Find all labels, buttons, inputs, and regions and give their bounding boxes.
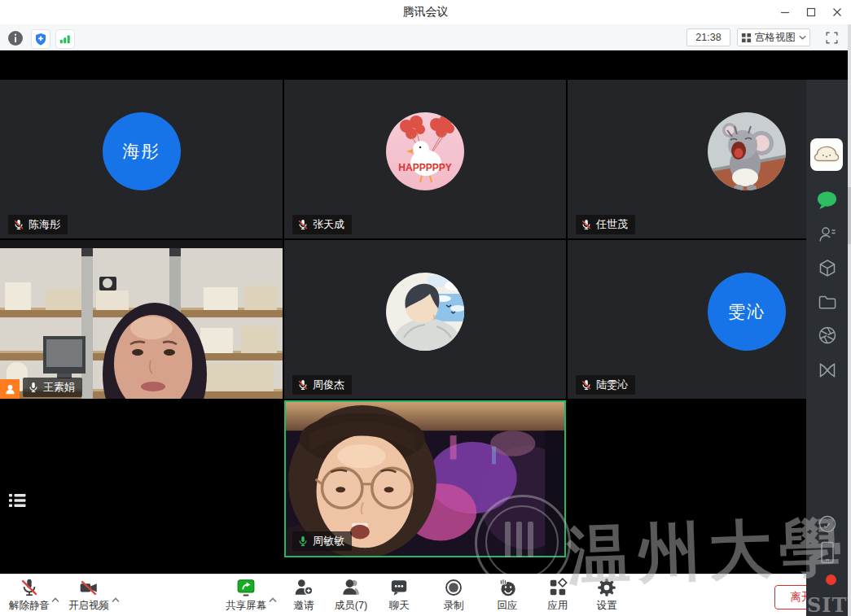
bread-doodle-icon <box>813 142 840 167</box>
squiggle-circle-icon <box>817 513 838 535</box>
host-person-icon <box>4 383 16 395</box>
chevron-down-icon <box>799 35 806 40</box>
titlebar: 腾讯会议 <box>0 0 851 24</box>
video-tile-zhouminmin[interactable]: 周敏敏 <box>284 400 566 557</box>
fullscreen-button[interactable] <box>822 28 840 46</box>
window-title: 腾讯会议 <box>0 5 851 20</box>
meeting-info-button[interactable] <box>7 29 24 47</box>
participant-name: 陆雯沁 <box>596 378 628 392</box>
meeting-toolbar: 21:38 宫格视图 <box>0 24 851 50</box>
record-label: 录制 <box>444 599 464 613</box>
mic-speaking-icon <box>297 535 309 547</box>
apps-label: 应用 <box>548 599 568 613</box>
happy-duck-avatar: HAPPPPPY <box>386 112 464 190</box>
signal-bars-icon <box>59 33 72 46</box>
video-tile-zhangtiancheng[interactable]: HAPPPPPY 张天成 <box>284 80 566 238</box>
mic-muted-icon <box>19 577 40 598</box>
participant-name: 王素娟 <box>43 380 75 395</box>
close-button[interactable] <box>826 2 849 22</box>
minimize-button[interactable] <box>774 2 796 22</box>
settings-label: 设置 <box>597 599 617 613</box>
chat-button[interactable]: 聊天 <box>372 577 426 613</box>
phone-icon <box>818 540 837 565</box>
mic-on-icon <box>28 382 39 393</box>
video-options-chevron[interactable] <box>111 592 121 606</box>
share-screen-label: 共享屏幕 <box>226 599 266 613</box>
invite-button[interactable]: 邀请 <box>277 577 331 613</box>
box-app-button[interactable] <box>816 257 838 279</box>
view-mode-button[interactable]: 宫格视图 <box>737 28 810 46</box>
chat-app-button[interactable] <box>816 189 838 211</box>
participant-list-toggle[interactable] <box>7 490 28 511</box>
avatar-caption: HAPPPPPY <box>398 162 451 173</box>
settings-button[interactable]: 设置 <box>580 577 634 613</box>
share-screen-button[interactable]: 共享屏幕 <box>219 577 273 613</box>
name-tag: 陆雯沁 <box>576 375 635 395</box>
name-tag: 陈海彤 <box>8 215 68 234</box>
host-badge <box>0 379 20 399</box>
start-video-label: 开启视频 <box>68 599 109 613</box>
chat-bubble-icon <box>388 577 410 598</box>
anime-boy-avatar <box>386 273 464 351</box>
members-label: 成员(7) <box>335 599 367 613</box>
reaction-label: 回应 <box>498 599 518 613</box>
cube-icon <box>817 258 838 279</box>
avatar: HAPPPPPY <box>386 112 464 190</box>
participant-name: 任世茂 <box>596 217 628 232</box>
mic-muted-icon <box>13 219 24 230</box>
unmute-button[interactable]: 解除静音 <box>2 577 56 613</box>
phone-mirror-button[interactable] <box>816 541 838 563</box>
cartoon-mouse-avatar <box>708 112 786 190</box>
grid-view-icon <box>741 33 752 43</box>
network-status-button[interactable] <box>55 29 75 49</box>
meeting-timer: 21:38 <box>687 28 730 46</box>
reaction-button[interactable]: 回应 <box>480 577 534 613</box>
members-button[interactable]: 成员(7) <box>324 577 378 613</box>
security-button[interactable] <box>31 29 50 49</box>
scrollbar-thumb[interactable] <box>848 187 851 244</box>
avatar: 雯沁 <box>708 273 786 351</box>
side-dock <box>806 80 848 616</box>
butterfly-icon <box>817 360 838 381</box>
chat-label: 聊天 <box>389 599 410 613</box>
participant-name: 周敏敏 <box>313 534 344 548</box>
record-icon <box>443 577 464 598</box>
mic-muted-icon <box>581 219 592 230</box>
avatar-initials: 海彤 <box>123 140 160 163</box>
participant-name: 周俊杰 <box>313 378 344 392</box>
apps-icon <box>547 577 568 598</box>
share-screen-icon <box>235 577 257 598</box>
close-icon <box>831 6 844 19</box>
webcam-video <box>0 240 283 399</box>
maximize-button[interactable] <box>800 2 822 22</box>
reaction-icon <box>497 577 518 598</box>
list-icon <box>7 490 28 511</box>
name-tag: 任世茂 <box>576 215 635 234</box>
music-app-button[interactable] <box>816 513 838 535</box>
contacts-app-button[interactable] <box>816 223 838 245</box>
minimize-icon <box>779 6 792 19</box>
avatar-initials: 雯沁 <box>728 300 765 323</box>
record-button[interactable]: 录制 <box>427 577 480 613</box>
video-tile-zhoujunjie[interactable]: 周俊杰 <box>284 240 566 399</box>
camera-app-button[interactable] <box>816 324 838 346</box>
aperture-icon <box>817 325 838 346</box>
avatar <box>708 112 786 190</box>
video-tile-chenhaitong[interactable]: 海彤 陈海彤 <box>0 80 283 238</box>
info-icon <box>7 30 24 46</box>
green-chat-bubble-icon <box>816 190 838 211</box>
avatar: 海彤 <box>103 112 181 190</box>
video-tile-wangsujuan[interactable]: 王素娟 <box>0 240 283 399</box>
screen-edge-strip <box>848 24 851 616</box>
apps-button[interactable]: 应用 <box>531 577 585 613</box>
mic-muted-icon <box>297 219 309 230</box>
mic-muted-icon <box>297 379 309 391</box>
design-app-button[interactable] <box>816 359 838 381</box>
files-app-button[interactable] <box>816 291 838 312</box>
contact-person-icon <box>817 224 838 245</box>
camera-off-icon <box>78 577 99 598</box>
settings-gear-icon <box>596 577 617 598</box>
mic-options-chevron[interactable] <box>50 592 60 606</box>
sticker-app-button[interactable] <box>810 138 843 171</box>
start-video-button[interactable]: 开启视频 <box>62 577 116 613</box>
